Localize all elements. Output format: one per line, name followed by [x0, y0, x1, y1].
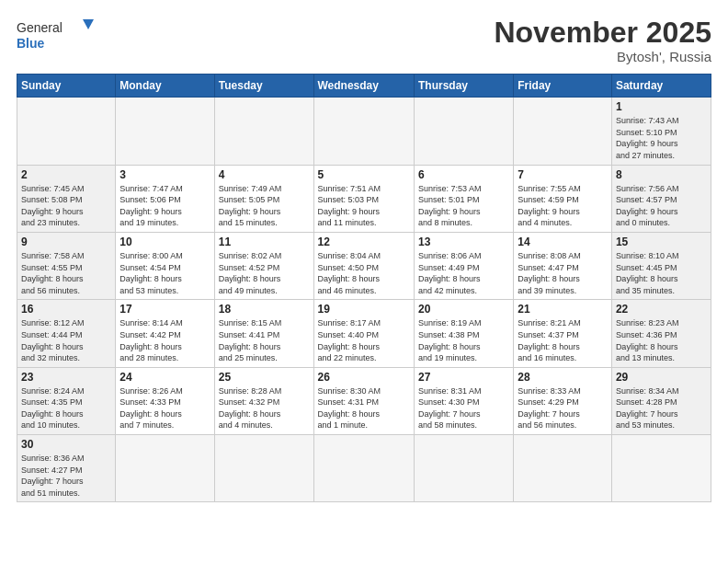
day-20: 20 Sunrise: 8:19 AM Sunset: 4:38 PM Dayl…: [414, 300, 513, 367]
svg-marker-2: [83, 19, 94, 29]
calendar: Sunday Monday Tuesday Wednesday Thursday…: [17, 74, 711, 502]
empty-cell: [514, 98, 612, 165]
day-24: 24 Sunrise: 8:26 AM Sunset: 4:33 PM Dayl…: [116, 367, 214, 434]
empty-cell: [116, 435, 214, 502]
header-saturday: Saturday: [611, 75, 711, 98]
header-wednesday: Wednesday: [313, 75, 414, 98]
empty-cell: [514, 435, 612, 502]
week-row-6: 30 Sunrise: 8:36 AM Sunset: 4:27 PM Dayl…: [17, 435, 711, 502]
day-15: 15 Sunrise: 8:10 AM Sunset: 4:45 PM Dayl…: [611, 232, 711, 299]
day-29: 29 Sunrise: 8:34 AM Sunset: 4:28 PM Dayl…: [611, 367, 711, 434]
day-30: 30 Sunrise: 8:36 AM Sunset: 4:27 PM Dayl…: [17, 435, 116, 502]
day-13: 13 Sunrise: 8:06 AM Sunset: 4:49 PM Dayl…: [414, 232, 513, 299]
day-11: 11 Sunrise: 8:02 AM Sunset: 4:52 PM Dayl…: [214, 232, 313, 299]
header-monday: Monday: [116, 75, 214, 98]
week-row-2: 2 Sunrise: 7:45 AM Sunset: 5:08 PM Dayli…: [17, 165, 711, 232]
empty-cell: [611, 435, 711, 502]
generalblue-logo-icon: General Blue: [17, 17, 99, 53]
day-7: 7 Sunrise: 7:55 AM Sunset: 4:59 PM Dayli…: [514, 165, 612, 232]
day-14: 14 Sunrise: 8:08 AM Sunset: 4:47 PM Dayl…: [514, 232, 612, 299]
day-4: 4 Sunrise: 7:49 AM Sunset: 5:05 PM Dayli…: [214, 165, 313, 232]
week-row-5: 23 Sunrise: 8:24 AM Sunset: 4:35 PM Dayl…: [17, 367, 711, 434]
day-1: 1 Sunrise: 7:43 AM Sunset: 5:10 PM Dayli…: [611, 98, 711, 165]
day-2: 2 Sunrise: 7:45 AM Sunset: 5:08 PM Dayli…: [17, 165, 116, 232]
week-row-4: 16 Sunrise: 8:12 AM Sunset: 4:44 PM Dayl…: [17, 300, 711, 367]
day-22: 22 Sunrise: 8:23 AM Sunset: 4:36 PM Dayl…: [611, 300, 711, 367]
header-thursday: Thursday: [414, 75, 513, 98]
location: Bytosh', Russia: [494, 49, 711, 64]
empty-cell: [214, 98, 313, 165]
header-sunday: Sunday: [17, 75, 116, 98]
day-16: 16 Sunrise: 8:12 AM Sunset: 4:44 PM Dayl…: [17, 300, 116, 367]
day-5: 5 Sunrise: 7:51 AM Sunset: 5:03 PM Dayli…: [313, 165, 414, 232]
day-19: 19 Sunrise: 8:17 AM Sunset: 4:40 PM Dayl…: [313, 300, 414, 367]
day-10: 10 Sunrise: 8:00 AM Sunset: 4:54 PM Dayl…: [116, 232, 214, 299]
empty-cell: [313, 98, 414, 165]
day-26: 26 Sunrise: 8:30 AM Sunset: 4:31 PM Dayl…: [313, 367, 414, 434]
day-27: 27 Sunrise: 8:31 AM Sunset: 4:30 PM Dayl…: [414, 367, 513, 434]
weekday-header-row: Sunday Monday Tuesday Wednesday Thursday…: [17, 75, 711, 98]
day-28: 28 Sunrise: 8:33 AM Sunset: 4:29 PM Dayl…: [514, 367, 612, 434]
week-row-1: 1 Sunrise: 7:43 AM Sunset: 5:10 PM Dayli…: [17, 98, 711, 165]
header: General Blue November 2025 Bytosh', Russ…: [17, 17, 711, 64]
day-6: 6 Sunrise: 7:53 AM Sunset: 5:01 PM Dayli…: [414, 165, 513, 232]
empty-cell: [116, 98, 214, 165]
svg-text:General: General: [17, 20, 63, 35]
header-friday: Friday: [514, 75, 612, 98]
page: General Blue November 2025 Bytosh', Russ…: [0, 0, 728, 563]
empty-cell: [414, 435, 513, 502]
day-9: 9 Sunrise: 7:58 AM Sunset: 4:55 PM Dayli…: [17, 232, 116, 299]
day-18: 18 Sunrise: 8:15 AM Sunset: 4:41 PM Dayl…: [214, 300, 313, 367]
empty-cell: [414, 98, 513, 165]
day-23: 23 Sunrise: 8:24 AM Sunset: 4:35 PM Dayl…: [17, 367, 116, 434]
day-21: 21 Sunrise: 8:21 AM Sunset: 4:37 PM Dayl…: [514, 300, 612, 367]
week-row-3: 9 Sunrise: 7:58 AM Sunset: 4:55 PM Dayli…: [17, 232, 711, 299]
empty-cell: [17, 98, 116, 165]
day-12: 12 Sunrise: 8:04 AM Sunset: 4:50 PM Dayl…: [313, 232, 414, 299]
day-17: 17 Sunrise: 8:14 AM Sunset: 4:42 PM Dayl…: [116, 300, 214, 367]
empty-cell: [313, 435, 414, 502]
title-block: November 2025 Bytosh', Russia: [494, 17, 711, 64]
day-8: 8 Sunrise: 7:56 AM Sunset: 4:57 PM Dayli…: [611, 165, 711, 232]
day-25: 25 Sunrise: 8:28 AM Sunset: 4:32 PM Dayl…: [214, 367, 313, 434]
svg-text:Blue: Blue: [17, 36, 45, 51]
month-title: November 2025: [494, 17, 711, 49]
header-tuesday: Tuesday: [214, 75, 313, 98]
empty-cell: [214, 435, 313, 502]
logo: General Blue: [17, 17, 99, 53]
day-3: 3 Sunrise: 7:47 AM Sunset: 5:06 PM Dayli…: [116, 165, 214, 232]
